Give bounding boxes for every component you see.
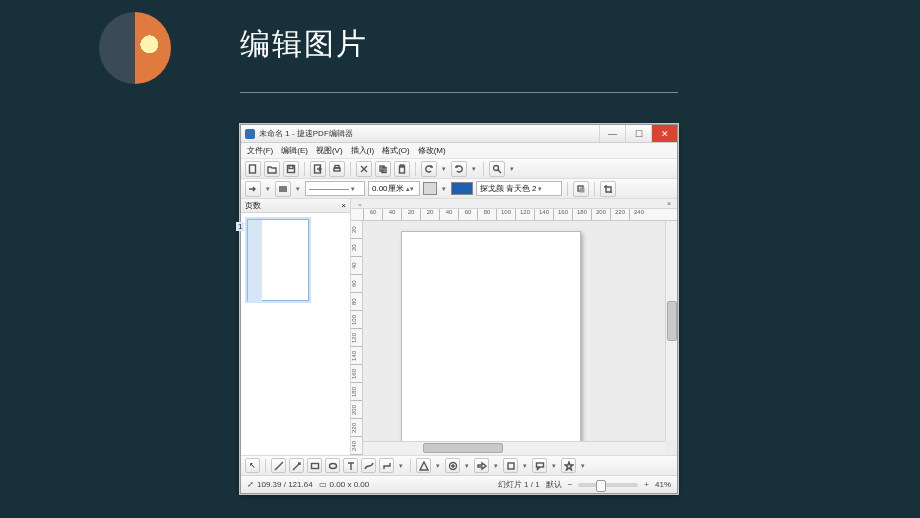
rect-tool[interactable] <box>307 458 322 473</box>
titlebar[interactable]: 未命名 1 - 捷速PDF编辑器 — ☐ ✕ <box>241 125 677 143</box>
block-arrows-tool[interactable] <box>474 458 489 473</box>
svg-rect-5 <box>335 165 339 168</box>
zoom-value[interactable]: 41% <box>655 480 671 489</box>
size-icon: ▭ <box>319 480 327 489</box>
panel-pin-icon[interactable]: ⌄ <box>355 200 365 208</box>
crop-button[interactable] <box>600 181 616 197</box>
zoom-out-button[interactable]: − <box>568 480 573 489</box>
star-tool[interactable] <box>561 458 576 473</box>
line-color-swatch[interactable] <box>423 182 437 195</box>
arrow-end-button[interactable] <box>245 181 261 197</box>
insert-mode[interactable]: 默认 <box>546 479 562 490</box>
cursor-icon: ↖ <box>249 461 256 470</box>
export-button[interactable] <box>310 161 326 177</box>
slide-indicator[interactable]: 幻灯片 1 / 1 <box>498 479 540 490</box>
position-icon: ⤢ <box>247 480 254 489</box>
zoom-slider[interactable] <box>578 483 638 487</box>
basic-shapes-dd[interactable]: ▾ <box>434 462 442 470</box>
fill-color-select[interactable]: 探戈颜 青天色 2▾ <box>476 181 562 196</box>
line-width-value: 0.00厘米 <box>372 183 404 194</box>
redo-button[interactable] <box>451 161 467 177</box>
close-button[interactable]: ✕ <box>651 125 677 142</box>
line-style-button[interactable] <box>275 181 291 197</box>
toolbar-line: ▾ ▾ —————▾ 0.00厘米▴▾ ▾ 探戈颜 青天色 2▾ <box>241 179 677 199</box>
ruler-vertical: 2020406080100120140160180200220240260280 <box>351 221 363 455</box>
line-width-input[interactable]: 0.00厘米▴▾ <box>368 181 420 196</box>
cut-button[interactable] <box>356 161 372 177</box>
scrollbar-horizontal[interactable] <box>363 441 665 455</box>
window-title: 未命名 1 - 捷速PDF编辑器 <box>259 128 599 139</box>
paste-button[interactable] <box>394 161 410 177</box>
symbol-shapes-tool[interactable] <box>445 458 460 473</box>
copy-button[interactable] <box>375 161 391 177</box>
select-tool[interactable]: ↖ <box>245 458 260 473</box>
redo-dropdown[interactable]: ▾ <box>470 165 478 173</box>
svg-point-10 <box>494 165 499 170</box>
drawing-canvas[interactable] <box>363 221 677 455</box>
save-button[interactable] <box>283 161 299 177</box>
connector-dd[interactable]: ▾ <box>397 462 405 470</box>
line-style-select[interactable]: —————▾ <box>305 181 365 196</box>
svg-rect-0 <box>250 165 256 173</box>
panel-close-icon[interactable]: × <box>665 200 673 207</box>
menubar: 文件(F) 编辑(E) 视图(V) 插入(I) 格式(O) 修改(M) <box>241 143 677 159</box>
curve-tool[interactable] <box>361 458 376 473</box>
thumbnail-area: 1 <box>241 213 350 455</box>
flowchart-tool[interactable] <box>503 458 518 473</box>
svg-rect-17 <box>536 463 543 467</box>
scrollbar-vertical[interactable] <box>665 221 677 441</box>
callout-tool[interactable] <box>532 458 547 473</box>
block-arrows-dd[interactable]: ▾ <box>492 462 500 470</box>
fill-color-label: 探戈颜 青天色 2 <box>480 183 537 194</box>
menu-modify[interactable]: 修改(M) <box>418 145 446 156</box>
arrow-end-dd[interactable]: ▾ <box>264 185 272 193</box>
menu-file[interactable]: 文件(F) <box>247 145 273 156</box>
zoom-dropdown[interactable]: ▾ <box>508 165 516 173</box>
arrow-tool[interactable] <box>289 458 304 473</box>
svg-rect-13 <box>311 463 318 468</box>
pages-panel-title: 页数 <box>245 200 261 211</box>
basic-shapes-tool[interactable] <box>416 458 431 473</box>
page-number-badge: 1 <box>236 222 244 231</box>
selection-size: 0.00 x 0.00 <box>330 480 370 489</box>
open-button[interactable] <box>264 161 280 177</box>
app-icon <box>245 129 255 139</box>
statusbar: ⤢109.39 / 121.64 ▭0.00 x 0.00 幻灯片 1 / 1 … <box>241 475 677 493</box>
print-button[interactable] <box>329 161 345 177</box>
line-color-dd[interactable]: ▾ <box>440 185 448 193</box>
text-tool[interactable] <box>343 458 358 473</box>
spotlight-logo <box>99 12 171 84</box>
connector-tool[interactable] <box>379 458 394 473</box>
line-style-dd[interactable]: ▾ <box>294 185 302 193</box>
ellipse-tool[interactable] <box>325 458 340 473</box>
flowchart-dd[interactable]: ▾ <box>521 462 529 470</box>
page[interactable] <box>401 231 581 455</box>
svg-point-14 <box>329 463 336 468</box>
ruler-horizontal: 60402020406080100120140160180200220240 <box>351 209 677 221</box>
undo-dropdown[interactable]: ▾ <box>440 165 448 173</box>
callout-dd[interactable]: ▾ <box>550 462 558 470</box>
line-tool[interactable] <box>271 458 286 473</box>
fill-color-swatch[interactable] <box>451 182 473 195</box>
svg-rect-12 <box>579 187 584 192</box>
canvas-area: ⌄ × 604020204060801001201401601802002202… <box>351 199 677 455</box>
toolbar-drawing: ↖ ▾ ▾ ▾ ▾ ▾ ▾ ▾ <box>241 455 677 475</box>
app-window: 未命名 1 - 捷速PDF编辑器 — ☐ ✕ 文件(F) 编辑(E) 视图(V)… <box>240 124 678 494</box>
menu-view[interactable]: 视图(V) <box>316 145 343 156</box>
symbol-shapes-dd[interactable]: ▾ <box>463 462 471 470</box>
menu-insert[interactable]: 插入(I) <box>351 145 375 156</box>
maximize-button[interactable]: ☐ <box>625 125 651 142</box>
new-doc-button[interactable] <box>245 161 261 177</box>
menu-format[interactable]: 格式(O) <box>382 145 410 156</box>
page-thumbnail[interactable]: 1 <box>247 219 309 301</box>
undo-button[interactable] <box>421 161 437 177</box>
zoom-button[interactable] <box>489 161 505 177</box>
cursor-position: 109.39 / 121.64 <box>257 480 313 489</box>
minimize-button[interactable]: — <box>599 125 625 142</box>
pages-panel-close[interactable]: × <box>341 201 346 210</box>
zoom-in-button[interactable]: + <box>644 480 649 489</box>
shadow-button[interactable] <box>573 181 589 197</box>
menu-edit[interactable]: 编辑(E) <box>281 145 308 156</box>
svg-rect-16 <box>508 463 514 469</box>
star-dd[interactable]: ▾ <box>579 462 587 470</box>
